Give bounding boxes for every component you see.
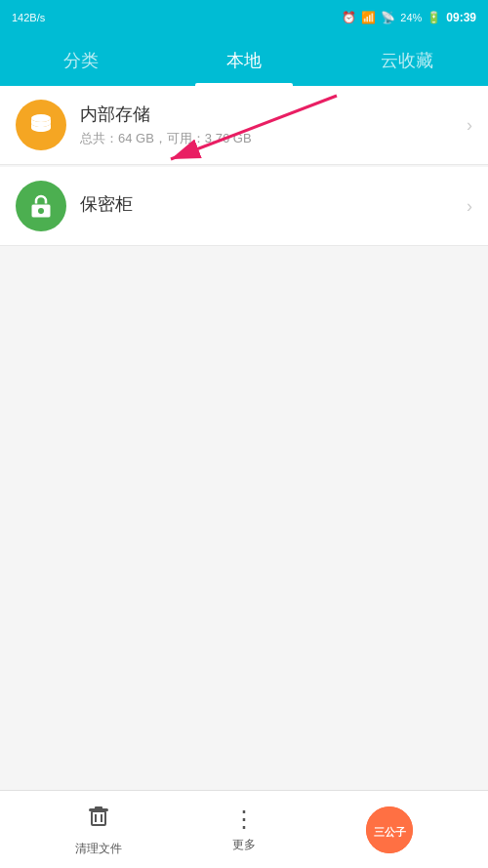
battery-icon: 🔋 (427, 11, 441, 24)
wifi-icon: 📶 (361, 11, 376, 24)
battery-level: 24% (400, 12, 422, 23)
clock: 09:39 (446, 11, 476, 24)
status-bar: 142B/s ⏰ 📶 📡 24% 🔋 09:39 (0, 0, 488, 35)
svg-rect-8 (92, 811, 105, 825)
avatar-button[interactable]: 三公子 (366, 806, 413, 853)
alarm-icon: ⏰ (342, 11, 356, 24)
network-speed: 142B/s (12, 12, 45, 23)
tab-local[interactable]: 本地 (163, 35, 326, 86)
more-button[interactable]: ⋮ 更多 (232, 806, 256, 853)
secure-title: 保密柜 (80, 192, 467, 216)
status-right: ⏰ 📶 📡 24% 🔋 09:39 (342, 11, 476, 24)
tab-bar: 分类 本地 云收藏 (0, 35, 488, 86)
clean-files-button[interactable]: 清理文件 (75, 803, 122, 857)
storage-subtitle: 总共：64 GB，可用：3.76 GB (80, 130, 467, 147)
avatar: 三公子 (366, 806, 413, 853)
bottom-bar: 清理文件 ⋮ 更多 三公子 (0, 790, 488, 868)
clean-label: 清理文件 (75, 841, 122, 857)
secure-icon-bg (16, 181, 66, 231)
internal-storage-item[interactable]: 内部存储 总共：64 GB，可用：3.76 GB › (0, 86, 488, 165)
more-label: 更多 (232, 837, 256, 853)
svg-point-0 (31, 114, 51, 122)
storage-text: 内部存储 总共：64 GB，可用：3.76 GB (80, 103, 467, 147)
more-icon: ⋮ (232, 806, 256, 833)
tab-cloud[interactable]: 云收藏 (325, 35, 488, 86)
storage-icon-bg (16, 100, 66, 150)
chevron-right-icon-2: › (467, 196, 472, 217)
database-icon (27, 111, 55, 139)
svg-rect-6 (40, 211, 42, 214)
clean-icon (85, 803, 112, 837)
secure-box-item[interactable]: 保密柜 › (0, 167, 488, 246)
content-area: 内部存储 总共：64 GB，可用：3.76 GB › (0, 86, 488, 246)
tab-categories[interactable]: 分类 (0, 35, 163, 86)
secure-text: 保密柜 (80, 192, 467, 220)
signal-icon: 📡 (381, 11, 395, 24)
svg-text:三公子: 三公子 (374, 826, 406, 838)
lock-safe-icon (27, 192, 55, 220)
storage-title: 内部存储 (80, 103, 467, 126)
chevron-right-icon: › (467, 115, 472, 136)
svg-rect-11 (95, 806, 102, 809)
